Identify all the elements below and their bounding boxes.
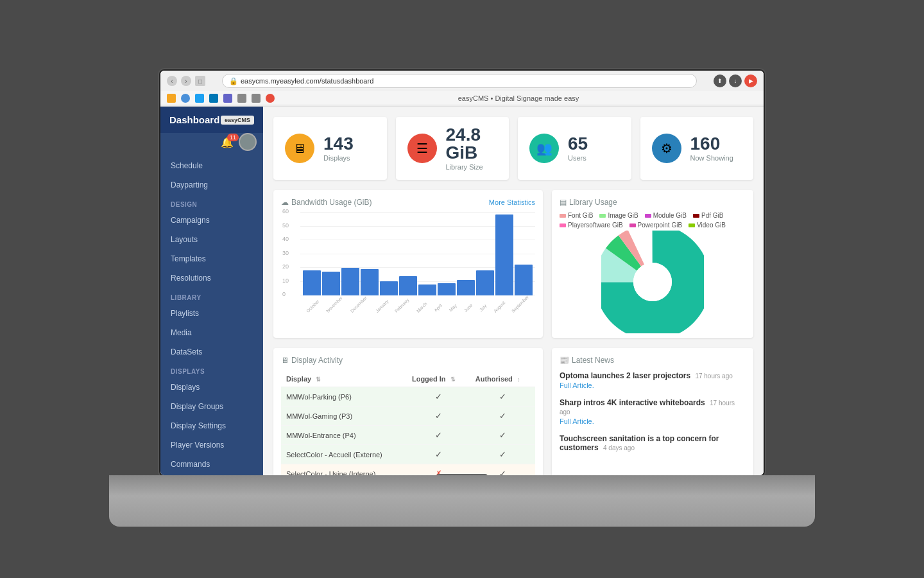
col-authorised: Authorised ↕ (470, 371, 535, 387)
nowshowing-label: Now Showing (690, 154, 733, 162)
bar-february (380, 281, 398, 295)
library-usage-title-text: Library Usage (569, 198, 617, 207)
sidebar-item-layouts[interactable]: Layouts (160, 230, 263, 249)
sidebar-item-templates[interactable]: Templates (160, 249, 263, 268)
display-name: MMWol-Gaming (P3) (281, 407, 407, 426)
stat-library: ☰ 24.8 GiB Library Size (396, 117, 509, 180)
news-headline: Sharp intros 4K interactive whiteboards … (560, 398, 746, 416)
bar-label-october: October (305, 299, 320, 313)
sidebar-item-displays[interactable]: Displays (160, 378, 263, 397)
sidebar-item-display-settings[interactable]: Display Settings (160, 416, 263, 435)
bottom-row: 🖥 Display Activity Display ⇅ Logged In ⇅… (273, 348, 753, 475)
sidebar-title: Dashboard (169, 114, 219, 125)
bar-label-july: July (477, 302, 488, 313)
display-name: SelectColor - Usine (Interne) (281, 464, 407, 476)
displays-label: Displays (323, 154, 354, 162)
user-avatar[interactable] (239, 133, 257, 151)
more-stats-link[interactable]: More Statistics (489, 198, 535, 206)
share-icon[interactable]: ↓ (729, 74, 742, 87)
bar-label-may: May (447, 302, 458, 313)
legend-dot (560, 223, 566, 227)
logged-in-cell: ✓ (407, 407, 470, 426)
users-icon: 👥 (529, 134, 559, 163)
sidebar-item-datasets[interactable]: DataSets (160, 342, 263, 362)
activity-table: Display ⇅ Logged In ⇅ Authorised ↕ MMWol… (281, 371, 535, 475)
bar-label-january: January (375, 299, 389, 313)
legend-item: Powerpoint GiB (629, 222, 682, 229)
legend-label: Pdf GiB (701, 212, 723, 219)
bar-november (322, 272, 340, 295)
menu-icon[interactable]: ▶ (744, 74, 757, 87)
sidebar-item-dayparting[interactable]: Dayparting (160, 175, 263, 195)
news-time: 17 hours ago (560, 399, 735, 416)
pie-chart (601, 231, 704, 333)
authorised-cell: ✓ (470, 426, 535, 445)
news-link[interactable]: Full Article. (560, 381, 746, 389)
bandwidth-chart-card: ☁ Bandwidth Usage (GiB) More Statistics … (273, 190, 543, 338)
display-name: SelectColor - Accueil (Externe) (281, 445, 407, 464)
news-link[interactable]: Full Article. (560, 417, 746, 425)
sidebar-item-schedule[interactable]: Schedule (160, 156, 263, 175)
sidebar-item-campaigns[interactable]: Campaigns (160, 211, 263, 230)
bandwidth-title: ☁ Bandwidth Usage (GiB) (281, 198, 372, 207)
laptop-screen: ‹ › □ 🔒 easycms.myeasyled.com/statusdash… (160, 71, 764, 475)
bars-container (300, 212, 535, 295)
bar-august (495, 215, 513, 295)
bookmark-dropbox (223, 94, 232, 103)
legend-dot (693, 214, 699, 218)
display-activity-title: 🖥 Display Activity (281, 356, 535, 365)
display-name: MMWol-Entrance (P4) (281, 426, 407, 445)
bar-january (361, 269, 379, 295)
bandwidth-title-text: Bandwidth Usage (GiB) (291, 198, 372, 207)
legend-label: Powerpoint GiB (638, 222, 682, 229)
bookmark-l (167, 94, 176, 103)
library-label: Library Size (446, 163, 498, 171)
authorised-cell: ✓ (470, 407, 535, 426)
browser-chrome: ‹ › □ 🔒 easycms.myeasyled.com/statusdash… (160, 71, 764, 107)
sidebar-item-player-versions[interactable]: Player Versions (160, 435, 263, 455)
bar-label-june: June (463, 302, 474, 313)
sidebar-item-media[interactable]: Media (160, 323, 263, 342)
back-button[interactable]: ‹ (167, 76, 177, 86)
bar-may (438, 283, 456, 296)
legend-label: Module GiB (653, 212, 687, 219)
bookmark-icon[interactable]: ⬆ (714, 74, 726, 87)
news-item: Touchscreen sanitation is a top concern … (560, 434, 746, 452)
charts-row: ☁ Bandwidth Usage (GiB) More Statistics … (273, 190, 753, 338)
view-button[interactable]: □ (195, 76, 205, 86)
legend-item: Font GiB (560, 212, 593, 219)
display-activity-card: 🖥 Display Activity Display ⇅ Logged In ⇅… (273, 348, 543, 475)
legend-dot (689, 223, 695, 227)
sidebar-item-commands[interactable]: Commands (160, 455, 263, 474)
cloud-icon: ☁ (281, 198, 289, 207)
sidebar-item-display-groups[interactable]: Display Groups (160, 397, 263, 416)
bar-december (341, 268, 359, 295)
notification-bell[interactable]: 🔔11 (221, 136, 234, 148)
users-info: 65 Users (568, 135, 588, 162)
library-legend: Font GiBImage GiBModule GiBPdf GiBPlayer… (560, 212, 746, 229)
table-row: SelectColor - Accueil (Externe) ✓ ✓ (281, 445, 535, 464)
bar-label-september: September (511, 295, 529, 313)
news-time: 4 days ago (603, 444, 635, 451)
legend-item: Playersoftware GiB (560, 222, 623, 229)
table-row: MMWol-Parking (P6) ✓ ✓ (281, 387, 535, 407)
news-headline: Optoma launches 2 laser projectors 17 ho… (560, 371, 746, 380)
library-usage-header: ▤ Library Usage (560, 198, 746, 207)
address-bar[interactable]: 🔒 easycms.myeasyled.com/statusdashboard (222, 74, 697, 88)
bookmarks-bar: easyCMS • Digital Signage made easy (160, 91, 764, 105)
sidebar-header: Dashboard easyCMS (160, 107, 263, 133)
bookmark-linkedin (209, 94, 218, 103)
bookmark-misc2 (252, 94, 261, 103)
forward-button[interactable]: › (181, 76, 191, 86)
topbar: 🔔11 (160, 133, 263, 151)
sidebar-item-resolutions[interactable]: Resolutions (160, 268, 263, 288)
nowshowing-number: 160 (690, 135, 733, 153)
news-icon: 📰 (560, 356, 569, 365)
sidebar-item-playlists[interactable]: Playlists (160, 304, 263, 323)
bar-july (476, 270, 494, 295)
legend-dot (645, 214, 651, 218)
bar-june (457, 280, 475, 295)
library-info: 24.8 GiB Library Size (446, 126, 498, 171)
bandwidth-chart-header: ☁ Bandwidth Usage (GiB) More Statistics (281, 198, 535, 207)
authorised-cell: ✓ (470, 387, 535, 407)
